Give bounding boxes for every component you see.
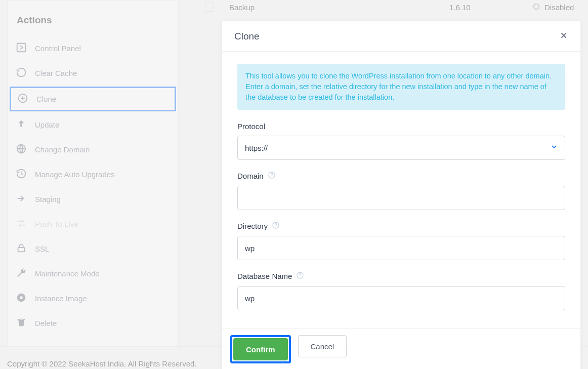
help-icon[interactable] xyxy=(268,171,276,181)
clone-modal: Clone This tool allows you to clone the … xyxy=(222,20,581,369)
confirm-highlight: Confirm xyxy=(230,335,291,363)
label-text: Domain xyxy=(237,172,264,180)
domain-label: Domain xyxy=(237,171,565,181)
help-icon[interactable] xyxy=(296,271,304,281)
label-text: Database Name xyxy=(237,272,292,280)
modal-body: This tool allows you to clone the WordPr… xyxy=(222,52,580,329)
modal-title: Clone xyxy=(234,31,260,42)
close-button[interactable] xyxy=(559,31,568,42)
domain-input[interactable] xyxy=(237,186,565,210)
protocol-label: Protocol xyxy=(237,122,565,131)
database-label: Database Name xyxy=(237,271,565,281)
cancel-button[interactable]: Cancel xyxy=(298,335,347,357)
help-icon[interactable] xyxy=(272,221,280,231)
modal-header: Clone xyxy=(222,21,580,52)
directory-label: Directory xyxy=(237,221,565,231)
directory-input[interactable] xyxy=(237,236,565,260)
confirm-button[interactable]: Confirm xyxy=(233,338,288,360)
close-icon xyxy=(559,33,568,42)
label-text: Protocol xyxy=(237,122,265,131)
protocol-select[interactable] xyxy=(237,136,565,160)
modal-footer: Confirm Cancel xyxy=(222,329,580,369)
info-message: This tool allows you to clone the WordPr… xyxy=(237,64,565,110)
field-directory: Directory xyxy=(237,221,565,260)
field-domain: Domain xyxy=(237,171,565,210)
protocol-select-wrap[interactable] xyxy=(237,136,565,160)
label-text: Directory xyxy=(237,222,268,230)
field-database: Database Name xyxy=(237,271,565,310)
database-input[interactable] xyxy=(237,286,565,310)
field-protocol: Protocol xyxy=(237,122,565,160)
